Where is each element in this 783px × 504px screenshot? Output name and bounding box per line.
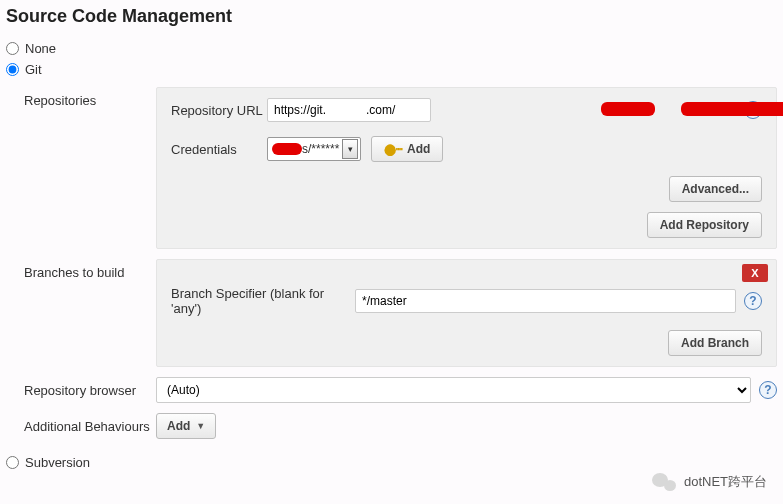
repo-url-label: Repository URL bbox=[171, 103, 267, 118]
additional-behaviours-label: Additional Behaviours bbox=[6, 413, 156, 434]
advanced-button[interactable]: Advanced... bbox=[669, 176, 762, 202]
add-behaviour-button[interactable]: Add ▼ bbox=[156, 413, 216, 439]
branch-specifier-label: Branch Specifier (blank for 'any') bbox=[171, 286, 355, 316]
credentials-label: Credentials bbox=[171, 142, 267, 157]
add-repository-button[interactable]: Add Repository bbox=[647, 212, 762, 238]
help-icon[interactable]: ? bbox=[759, 381, 777, 399]
redaction bbox=[601, 102, 655, 116]
delete-branch-button[interactable]: X bbox=[742, 264, 768, 282]
repositories-panel: Repository URL ? Credentials s/****** ▾ … bbox=[156, 87, 777, 249]
section-title: Source Code Management bbox=[6, 6, 777, 27]
radio-subversion[interactable] bbox=[6, 456, 19, 469]
radio-git-label: Git bbox=[25, 62, 42, 77]
chevron-down-icon: ▼ bbox=[196, 421, 205, 431]
chevron-down-icon: ▾ bbox=[342, 139, 358, 159]
repo-url-input[interactable] bbox=[267, 98, 431, 122]
watermark: dotNET跨平台 bbox=[652, 470, 767, 480]
scm-option-git[interactable]: Git bbox=[6, 62, 777, 77]
wechat-icon bbox=[652, 470, 676, 480]
help-icon[interactable]: ? bbox=[744, 292, 762, 310]
scm-option-subversion[interactable]: Subversion bbox=[6, 455, 777, 470]
radio-none-label: None bbox=[25, 41, 56, 56]
branch-specifier-input[interactable] bbox=[355, 289, 736, 313]
watermark-text: dotNET跨平台 bbox=[684, 473, 767, 480]
add-behaviour-label: Add bbox=[167, 419, 190, 433]
repo-browser-label: Repository browser bbox=[6, 377, 156, 398]
radio-none[interactable] bbox=[6, 42, 19, 55]
add-credentials-button[interactable]: ⬤┉ Add bbox=[371, 136, 443, 162]
repo-browser-select[interactable]: (Auto) bbox=[156, 377, 751, 403]
key-icon: ⬤┉ bbox=[384, 143, 403, 156]
branches-panel: X Branch Specifier (blank for 'any') ? A… bbox=[156, 259, 777, 367]
redaction bbox=[272, 143, 302, 155]
credentials-select[interactable]: s/****** ▾ bbox=[267, 137, 361, 161]
add-credentials-label: Add bbox=[407, 142, 430, 156]
radio-subversion-label: Subversion bbox=[25, 455, 90, 470]
repositories-label: Repositories bbox=[6, 87, 156, 108]
branches-label: Branches to build bbox=[6, 259, 156, 280]
scm-option-none[interactable]: None bbox=[6, 41, 777, 56]
redaction bbox=[681, 102, 783, 116]
credentials-value: s/****** bbox=[302, 142, 339, 156]
radio-git[interactable] bbox=[6, 63, 19, 76]
add-branch-button[interactable]: Add Branch bbox=[668, 330, 762, 356]
